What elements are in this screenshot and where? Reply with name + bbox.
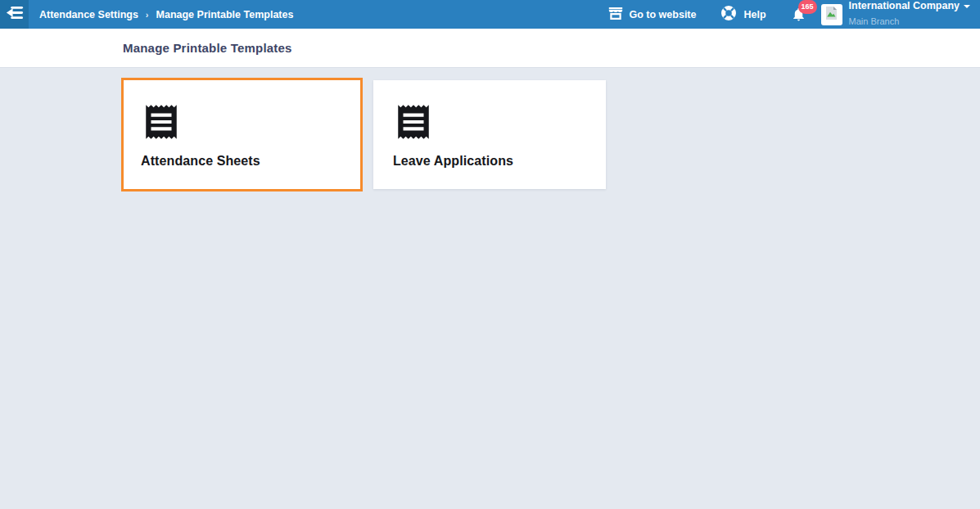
breadcrumb-current-page: Manage Printable Templates xyxy=(156,9,294,20)
account-text: International Company Main Branch xyxy=(849,0,970,28)
help-button[interactable]: Help xyxy=(720,5,765,24)
receipt-icon xyxy=(393,101,606,143)
image-placeholder-icon xyxy=(825,7,838,23)
card-attendance-sheets[interactable]: Attendance Sheets xyxy=(121,78,363,191)
template-cards-row: Attendance Sheets Leave Applications xyxy=(0,68,980,191)
breadcrumb-attendance-settings[interactable]: Attendance Settings xyxy=(39,9,138,20)
help-label: Help xyxy=(743,9,765,20)
page-header: Manage Printable Templates xyxy=(0,29,980,68)
topbar: Attendance Settings › Manage Printable T… xyxy=(0,0,980,29)
breadcrumb: Attendance Settings › Manage Printable T… xyxy=(39,9,293,20)
go-to-website-button[interactable]: Go to website xyxy=(608,7,697,22)
chevron-down-icon xyxy=(964,5,970,8)
company-name-label: International Company xyxy=(849,0,960,12)
account-menu-button[interactable]: International Company Main Branch xyxy=(821,0,970,28)
branch-name-label: Main Branch xyxy=(849,16,900,26)
page-title: Manage Printable Templates xyxy=(123,41,292,55)
receipt-icon xyxy=(141,101,360,143)
main-content: Attendance Sheets Leave Applications xyxy=(0,68,980,509)
company-avatar xyxy=(821,4,842,25)
storefront-icon xyxy=(608,7,623,22)
lifebuoy-icon xyxy=(720,5,737,24)
topbar-actions: Go to website Help 165 xyxy=(608,0,980,28)
card-leave-applications[interactable]: Leave Applications xyxy=(373,80,606,189)
card-attendance-sheets-label: Attendance Sheets xyxy=(141,154,360,169)
sidebar-toggle-button[interactable] xyxy=(0,0,29,29)
collapse-sidebar-arrow-icon xyxy=(5,6,24,23)
notifications-count-badge: 165 xyxy=(798,0,817,14)
go-to-website-label: Go to website xyxy=(630,9,697,20)
card-leave-applications-label: Leave Applications xyxy=(393,154,606,169)
breadcrumb-separator: › xyxy=(146,10,149,20)
notifications-button[interactable]: 165 xyxy=(791,6,806,23)
